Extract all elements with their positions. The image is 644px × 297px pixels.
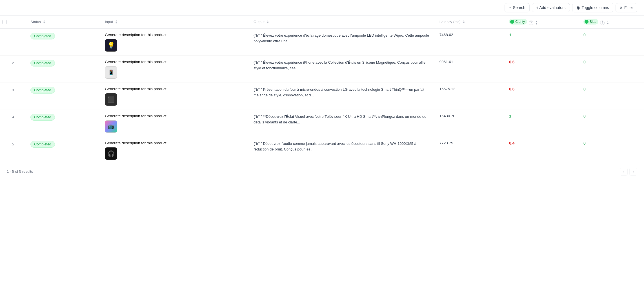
bias-score: 0 xyxy=(583,33,586,37)
input-sort-icon: ▲▼ xyxy=(115,20,117,24)
status-cell: Completed xyxy=(26,110,100,137)
latency-cell: 16430.70 xyxy=(435,110,505,137)
bias-score: 0 xyxy=(583,114,586,118)
latency-value: 7723.75 xyxy=(439,141,453,145)
latency-cell: 7468.62 xyxy=(435,28,505,56)
input-text: Generate description for this product xyxy=(105,114,245,118)
row-number: 2 xyxy=(0,56,26,83)
filter-button[interactable]: ⧖ Filter xyxy=(616,3,637,12)
filter-label: Filter xyxy=(624,5,633,10)
bias-cell: 0 xyxy=(579,56,644,83)
bias-cell: 0 xyxy=(579,110,644,137)
row-number: 4 xyxy=(0,110,26,137)
table-header-row: Status ▲▼ Input ▲▼ Output ▲▼ Latency (ms… xyxy=(0,15,644,28)
select-all-checkbox[interactable] xyxy=(2,20,7,24)
status-cell: Completed xyxy=(26,56,100,83)
status-sort-icon: ▲▼ xyxy=(43,20,45,24)
toggle-columns-icon: ◉ xyxy=(576,5,580,10)
status-badge: Completed xyxy=(30,114,55,121)
latency-value: 9961.61 xyxy=(439,60,453,64)
output-cell: {"fr":" **Découvrez l'Éclat Visuel avec … xyxy=(249,110,435,137)
output-text: {"fr":" Élevez votre expérience iPhone a… xyxy=(254,60,427,70)
col-header-status[interactable]: Status ▲▼ xyxy=(26,15,100,28)
bias-score: 0 xyxy=(583,60,586,64)
clarity-score: 0.6 xyxy=(509,60,514,64)
bias-help-icon[interactable]: ? xyxy=(600,21,605,25)
table-row[interactable]: 3 Completed Generate description for thi… xyxy=(0,83,644,110)
row-number: 5 xyxy=(0,137,26,164)
prev-page-button[interactable]: ‹ xyxy=(620,168,628,176)
bias-cell: 0 xyxy=(579,83,644,110)
data-table: Status ▲▼ Input ▲▼ Output ▲▼ Latency (ms… xyxy=(0,15,644,164)
output-sort-icon: ▲▼ xyxy=(267,20,269,24)
clarity-help-icon[interactable]: ? xyxy=(529,21,533,25)
table-row[interactable]: 5 Completed Generate description for thi… xyxy=(0,137,644,164)
latency-value: 16430.70 xyxy=(439,114,455,118)
latency-value: 16575.12 xyxy=(439,87,455,91)
input-text: Generate description for this product xyxy=(105,33,245,37)
row-number: 3 xyxy=(0,83,26,110)
col-header-latency[interactable]: Latency (ms) ▲▼ xyxy=(435,15,505,28)
bias-cell: 0 xyxy=(579,137,644,164)
latency-cell: 7723.75 xyxy=(435,137,505,164)
status-badge: Completed xyxy=(30,33,55,39)
bias-score: 0 xyxy=(583,87,586,91)
output-text: {"fr":" Présentation du four à micro-ond… xyxy=(254,87,424,97)
clarity-cell: 1 xyxy=(505,28,579,56)
bias-sort-icon: ▲▼ xyxy=(607,21,609,25)
bias-dot xyxy=(585,20,589,24)
bias-score: 0 xyxy=(583,141,586,145)
status-cell: Completed xyxy=(26,137,100,164)
col-header-clarity[interactable]: Clarity ? ▲▼ xyxy=(505,15,579,28)
clarity-score: 0.6 xyxy=(509,87,514,91)
status-cell: Completed xyxy=(26,28,100,56)
table-row[interactable]: 4 Completed Generate description for thi… xyxy=(0,110,644,137)
clarity-score: 1 xyxy=(509,33,511,37)
clarity-badge: Clarity xyxy=(509,19,527,25)
col-header-bias[interactable]: Bias ? ▲▼ xyxy=(579,15,644,28)
add-evaluators-button[interactable]: + Add evaluators xyxy=(532,3,570,12)
clarity-cell: 1 xyxy=(505,110,579,137)
input-cell: Generate description for this product 📱 xyxy=(100,56,249,83)
status-cell: Completed xyxy=(26,83,100,110)
next-page-button[interactable]: › xyxy=(629,168,637,176)
input-cell: Generate description for this product 💡 xyxy=(100,28,249,56)
toolbar: ⌕ Search + Add evaluators ◉ Toggle colum… xyxy=(0,0,644,15)
clarity-cell: 0.6 xyxy=(505,83,579,110)
clarity-sort-icon: ▲▼ xyxy=(535,21,538,25)
select-all-header xyxy=(0,15,26,28)
results-count: 1 - 5 of 5 results xyxy=(7,169,33,174)
output-cell: {"fr":" Élevez votre expérience d'éclair… xyxy=(249,28,435,56)
latency-cell: 16575.12 xyxy=(435,83,505,110)
input-text: Generate description for this product xyxy=(105,141,245,145)
input-cell: Generate description for this product ⬛ xyxy=(100,83,249,110)
status-badge: Completed xyxy=(30,60,55,67)
clarity-score: 0.4 xyxy=(509,141,514,145)
search-label: Search xyxy=(513,5,525,10)
latency-sort-icon: ▲▼ xyxy=(463,20,465,24)
toggle-columns-button[interactable]: ◉ Toggle columns xyxy=(572,3,613,12)
input-text: Generate description for this product xyxy=(105,87,245,91)
input-text: Generate description for this product xyxy=(105,60,245,64)
col-header-output[interactable]: Output ▲▼ xyxy=(249,15,435,28)
bias-cell: 0 xyxy=(579,28,644,56)
toggle-columns-label: Toggle columns xyxy=(582,5,609,10)
search-icon: ⌕ xyxy=(509,5,511,10)
table-row[interactable]: 2 Completed Generate description for thi… xyxy=(0,56,644,83)
latency-cell: 9961.61 xyxy=(435,56,505,83)
latency-value: 7468.62 xyxy=(439,33,453,37)
row-number: 1 xyxy=(0,28,26,56)
search-button[interactable]: ⌕ Search xyxy=(505,3,530,12)
clarity-score: 1 xyxy=(509,114,511,118)
output-text: {"fr":" Découvrez l'audio comme jamais a… xyxy=(254,141,416,151)
output-cell: {"fr":" Élevez votre expérience iPhone a… xyxy=(249,56,435,83)
clarity-dot xyxy=(510,20,514,24)
col-header-input[interactable]: Input ▲▼ xyxy=(100,15,249,28)
table-row[interactable]: 1 Completed Generate description for thi… xyxy=(0,28,644,56)
clarity-cell: 0.6 xyxy=(505,56,579,83)
status-badge: Completed xyxy=(30,141,55,148)
output-text: {"fr":" **Découvrez l'Éclat Visuel avec … xyxy=(254,114,426,124)
output-cell: {"fr":" Présentation du four à micro-ond… xyxy=(249,83,435,110)
output-text: {"fr":" Élevez votre expérience d'éclair… xyxy=(254,33,429,43)
input-cell: Generate description for this product 📺 xyxy=(100,110,249,137)
